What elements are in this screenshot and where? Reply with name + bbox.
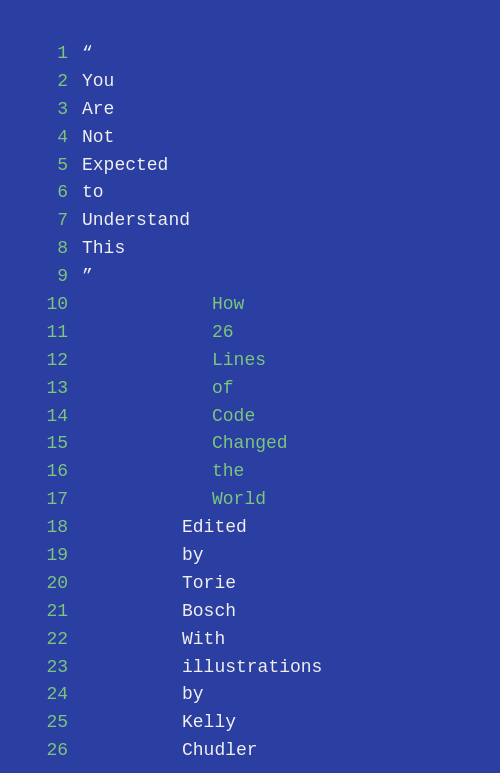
line-text-22: With [182, 626, 225, 654]
line-19: 19by [30, 542, 470, 570]
line-number-7: 7 [30, 207, 68, 235]
line-3: 3Are [30, 96, 470, 124]
line-11: 1126 [30, 319, 470, 347]
line-number-8: 8 [30, 235, 68, 263]
line-number-11: 11 [30, 319, 68, 347]
line-number-10: 10 [30, 291, 68, 319]
line-text-6: to [82, 179, 104, 207]
line-number-9: 9 [30, 263, 68, 291]
line-12: 12Lines [30, 347, 470, 375]
line-22: 22With [30, 626, 470, 654]
line-18: 18Edited [30, 514, 470, 542]
line-text-3: Are [82, 96, 114, 124]
line-number-20: 20 [30, 570, 68, 598]
line-text-14: Code [212, 403, 255, 431]
line-21: 21Bosch [30, 598, 470, 626]
line-number-17: 17 [30, 486, 68, 514]
line-9: 9” [30, 263, 470, 291]
line-text-26: Chudler [182, 737, 258, 765]
line-text-9: ” [82, 263, 93, 291]
line-number-23: 23 [30, 654, 68, 682]
line-text-15: Changed [212, 430, 288, 458]
line-25: 25Kelly [30, 709, 470, 737]
line-text-19: by [182, 542, 204, 570]
line-text-23: illustrations [182, 654, 322, 682]
line-23: 23illustrations [30, 654, 470, 682]
line-number-12: 12 [30, 347, 68, 375]
line-text-12: Lines [212, 347, 266, 375]
line-text-8: This [82, 235, 125, 263]
line-16: 16the [30, 458, 470, 486]
line-2: 2You [30, 68, 470, 96]
line-15: 15Changed [30, 430, 470, 458]
line-text-2: You [82, 68, 114, 96]
line-8: 8This [30, 235, 470, 263]
line-text-20: Torie [182, 570, 236, 598]
book-cover: 1“2You3Are4Not5Expected6to7Understand8Th… [0, 0, 500, 773]
line-text-7: Understand [82, 207, 190, 235]
line-14: 14Code [30, 403, 470, 431]
line-17: 17World [30, 486, 470, 514]
line-13: 13of [30, 375, 470, 403]
line-text-25: Kelly [182, 709, 236, 737]
line-number-3: 3 [30, 96, 68, 124]
line-text-24: by [182, 681, 204, 709]
line-26: 26Chudler [30, 737, 470, 765]
line-text-16: the [212, 458, 244, 486]
line-4: 4Not [30, 124, 470, 152]
line-10: 10How [30, 291, 470, 319]
line-number-6: 6 [30, 179, 68, 207]
line-5: 5Expected [30, 152, 470, 180]
line-number-2: 2 [30, 68, 68, 96]
line-number-15: 15 [30, 430, 68, 458]
line-number-25: 25 [30, 709, 68, 737]
line-number-4: 4 [30, 124, 68, 152]
line-text-17: World [212, 486, 266, 514]
line-number-14: 14 [30, 403, 68, 431]
line-text-11: 26 [212, 319, 234, 347]
line-text-21: Bosch [182, 598, 236, 626]
line-number-21: 21 [30, 598, 68, 626]
line-number-24: 24 [30, 681, 68, 709]
line-number-1: 1 [30, 40, 68, 68]
line-text-4: Not [82, 124, 114, 152]
line-text-1: “ [82, 40, 93, 68]
line-20: 20Torie [30, 570, 470, 598]
line-7: 7Understand [30, 207, 470, 235]
line-text-18: Edited [182, 514, 247, 542]
line-6: 6to [30, 179, 470, 207]
line-number-13: 13 [30, 375, 68, 403]
line-number-22: 22 [30, 626, 68, 654]
line-text-5: Expected [82, 152, 168, 180]
line-text-10: How [212, 291, 244, 319]
line-number-5: 5 [30, 152, 68, 180]
line-number-18: 18 [30, 514, 68, 542]
line-number-16: 16 [30, 458, 68, 486]
line-text-13: of [212, 375, 234, 403]
line-1: 1“ [30, 40, 470, 68]
line-number-19: 19 [30, 542, 68, 570]
line-24: 24by [30, 681, 470, 709]
line-number-26: 26 [30, 737, 68, 765]
